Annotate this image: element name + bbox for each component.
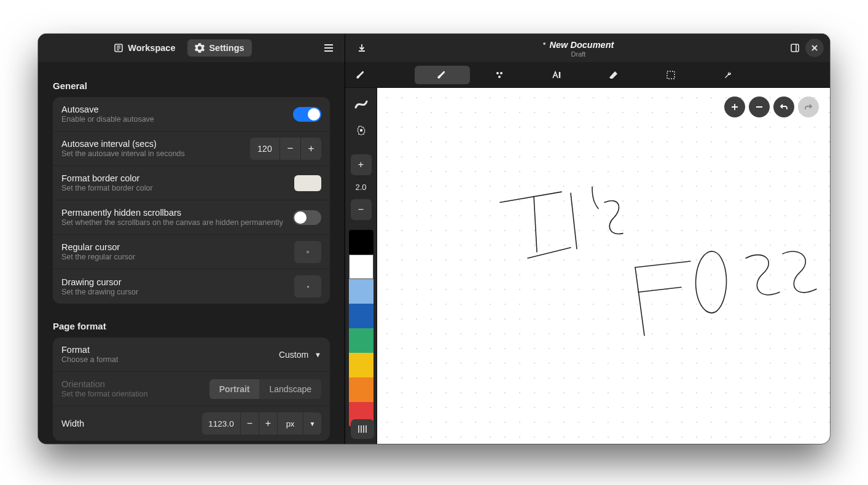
main-area: •New Document Draft — [345, 34, 830, 444]
main-toolbar — [345, 62, 830, 88]
download-button[interactable] — [351, 37, 372, 58]
tab-settings-label: Settings — [209, 43, 244, 53]
width-unit-caret[interactable]: ▼ — [303, 412, 321, 435]
content-area: + 2.0 − — [345, 88, 830, 444]
border-color-swatch[interactable] — [294, 175, 321, 191]
row-drawing-cursor: Drawing cursor Set the drawing cursor — [53, 269, 330, 304]
chevron-down-icon: ▼ — [310, 420, 316, 427]
palette-color-5[interactable] — [349, 353, 373, 377]
workspace-icon — [114, 43, 123, 53]
close-button[interactable] — [805, 39, 824, 57]
undo-button[interactable] — [773, 97, 794, 117]
palette-color-3[interactable] — [349, 304, 373, 328]
wrench-icon — [723, 70, 733, 80]
add-page-button[interactable] — [724, 97, 745, 117]
width-plus[interactable]: + — [259, 412, 277, 435]
width-minus[interactable]: − — [240, 412, 259, 435]
row-autosave-interval: Autosave interval (secs) Set the autosav… — [53, 132, 330, 166]
panel-toggle-button[interactable] — [784, 37, 805, 58]
stroke-style-button[interactable] — [351, 94, 372, 115]
interval-label: Autosave interval (secs) — [61, 139, 244, 149]
regular-cursor-button[interactable] — [294, 241, 321, 263]
palette-color-0[interactable] — [349, 230, 373, 254]
canvas-float-buttons — [724, 97, 819, 117]
select-icon — [666, 70, 676, 80]
tool-tools[interactable] — [700, 66, 756, 84]
interval-minus[interactable]: − — [280, 138, 300, 160]
palette-color-6[interactable] — [349, 377, 373, 402]
zoom-in-button[interactable]: + — [351, 154, 372, 175]
remove-page-button[interactable] — [749, 97, 770, 117]
pageformat-group: Format Choose a format Custom ▼ Orientat… — [53, 337, 330, 441]
tool-text[interactable] — [529, 66, 584, 84]
row-autosave: Autosave Enable or disable autosave — [53, 97, 330, 132]
minus-icon: − — [358, 204, 364, 215]
format-dropdown[interactable]: Custom ▼ — [279, 350, 321, 360]
palette-color-4[interactable] — [349, 328, 373, 353]
format-value: Custom — [279, 350, 308, 360]
section-pageformat-title: Page format — [53, 321, 330, 331]
tab-workspace[interactable]: Workspace — [106, 39, 182, 57]
width-label: Width — [61, 419, 196, 428]
text-icon — [551, 69, 562, 81]
tool-eraser[interactable] — [586, 66, 641, 84]
tool-select[interactable] — [643, 66, 698, 84]
row-orientation: Orientation Set the format orientation P… — [53, 372, 330, 406]
svg-point-2 — [496, 72, 499, 74]
brush-icon — [437, 69, 448, 81]
width-unit[interactable]: px — [277, 412, 303, 435]
tool-shapes[interactable] — [472, 66, 527, 84]
autosave-sub: Enable or disable autosave — [61, 115, 287, 124]
app-window: Workspace Settings General Autosave Enab… — [38, 34, 830, 444]
scrollbars-label: Permanently hidden scrollbars — [61, 208, 287, 218]
row-border-color: Format border color Set the format borde… — [53, 166, 330, 200]
shapes-icon — [495, 70, 504, 80]
palette-expand-button[interactable] — [351, 419, 374, 439]
drawcursor-sub: Set the drawing cursor — [61, 288, 288, 296]
regcursor-sub: Set the regular cursor — [61, 253, 288, 261]
section-general-title: General — [53, 81, 330, 91]
redo-button[interactable] — [798, 97, 819, 117]
drawing-cursor-button[interactable] — [294, 275, 321, 298]
eraser-icon — [608, 69, 619, 81]
tab-workspace-label: Workspace — [128, 43, 175, 53]
chevron-down-icon: ▼ — [315, 351, 321, 358]
general-group: Autosave Enable or disable autosave Auto… — [53, 97, 330, 304]
border-sub: Set the format border color — [61, 184, 288, 192]
row-width: Width 1123.0 − + px ▼ — [53, 406, 330, 441]
orientation-label: Orientation — [61, 379, 203, 389]
orientation-portrait[interactable]: Portrait — [209, 379, 260, 399]
regcursor-label: Regular cursor — [61, 242, 288, 252]
row-hidden-scrollbars: Permanently hidden scrollbars Set whethe… — [53, 200, 330, 235]
autosave-toggle[interactable] — [293, 107, 321, 122]
sidebar: Workspace Settings General Autosave Enab… — [38, 34, 345, 444]
format-label: Format — [61, 345, 273, 355]
drawcursor-label: Drawing cursor — [61, 277, 288, 287]
autosave-label: Autosave — [61, 104, 287, 114]
sidebar-menu-button[interactable] — [319, 38, 338, 58]
scrollbars-toggle[interactable] — [293, 210, 321, 225]
palette-color-1[interactable] — [349, 254, 373, 279]
zoom-level[interactable]: 2.0 — [355, 180, 366, 194]
svg-point-6 — [359, 129, 362, 132]
toolbar-brush-preview — [345, 69, 377, 81]
zoom-out-button[interactable]: − — [351, 199, 372, 220]
orientation-landscape[interactable]: Landscape — [259, 379, 321, 399]
svg-point-3 — [500, 72, 502, 74]
main-header: •New Document Draft — [345, 34, 830, 62]
orientation-sub: Set the format orientation — [61, 390, 203, 398]
small-dot-icon — [307, 286, 309, 288]
interval-stepper: 120 − + — [250, 138, 321, 160]
canvas[interactable] — [377, 88, 830, 444]
tool-brush[interactable] — [415, 66, 470, 84]
width-value[interactable]: 1123.0 — [202, 412, 240, 435]
tab-settings[interactable]: Settings — [187, 39, 251, 57]
border-label: Format border color — [61, 173, 288, 183]
color-palette — [349, 230, 373, 427]
interval-value[interactable]: 120 — [250, 138, 280, 160]
unsaved-dot: • — [543, 39, 546, 49]
palette-color-2[interactable] — [349, 279, 373, 304]
format-sub: Choose a format — [61, 355, 273, 364]
interval-plus[interactable]: + — [300, 138, 321, 160]
stroke-options-button[interactable] — [351, 120, 372, 141]
